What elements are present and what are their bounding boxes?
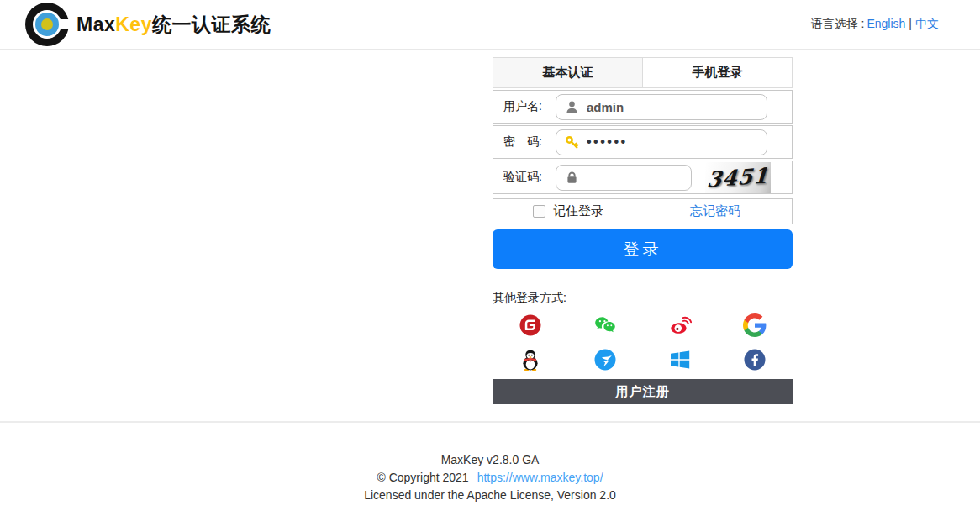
captcha-label: 验证码: [503,170,556,185]
brand: MaxKey统一认证系统 [25,3,271,46]
version-text: MaxKey v2.8.0 GA [0,451,980,469]
footer: MaxKey v2.8.0 GA © Copyright 2021https:/… [0,421,980,516]
language-english-link[interactable]: English [867,17,905,30]
app-title-max: Max [76,13,115,35]
qq-login-icon[interactable] [519,348,542,371]
tab-mobile-login[interactable]: 手机登录 [642,58,792,87]
tab-basic-auth[interactable]: 基本认证 [493,58,642,87]
header: MaxKey统一认证系统 语言选择 :English|中文 [0,0,980,50]
app-title-key: Key [115,13,152,35]
wechat-login-icon[interactable] [593,313,617,337]
password-label: 密 码: [503,134,556,150]
auth-tabs: 基本认证 手机登录 [493,57,793,88]
app-title-cn: 统一认证系统 [152,13,271,35]
username-value: admin [587,100,624,114]
captcha-row: 验证码: 3451 [493,161,793,194]
lock-icon [565,171,579,185]
user-icon [565,100,579,114]
gitee-login-icon[interactable] [519,313,542,337]
password-row: 密 码: •••••• [493,125,793,159]
language-selector: 语言选择 :English|中文 [811,17,941,32]
microsoft-login-icon[interactable] [668,348,692,371]
logo-yellow-center [41,18,53,30]
copyright-text: © Copyright 2021 [377,471,468,484]
key-icon [565,135,579,150]
license-text: Licensed under the Apache License, Versi… [0,487,980,504]
captcha-image[interactable]: 3451 [705,162,771,193]
login-panel: 基本认证 手机登录 用户名: admin 密 码: •••••• [493,50,793,404]
remember-checkbox[interactable] [533,205,545,218]
language-label: 语言选择 : [811,17,865,30]
username-row: 用户名: admin [493,90,793,124]
password-input[interactable]: •••••• [556,129,767,155]
forgot-password-link[interactable]: 忘记密码 [690,203,740,219]
remember-row: 记住登录 忘记密码 [493,198,793,224]
captcha-input[interactable] [556,165,692,191]
maxkey-website-link[interactable]: https://www.maxkey.top/ [477,471,603,484]
provider-grid [493,313,793,371]
remember-label: 记住登录 [553,203,603,219]
username-input[interactable]: admin [556,94,767,120]
captcha-image-text: 3451 [706,163,769,192]
language-chinese-link[interactable]: 中文 [915,17,939,30]
app-title: MaxKey统一认证系统 [76,12,271,38]
copyright-line: © Copyright 2021https://www.maxkey.top/ [0,469,980,487]
maxkey-logo-icon [25,3,69,46]
weibo-login-icon[interactable] [668,313,692,337]
password-value: •••••• [587,135,628,149]
register-button[interactable]: 用户注册 [493,379,793,404]
username-label: 用户名: [503,99,556,114]
facebook-login-icon[interactable] [743,348,767,371]
main-area: 基本认证 手机登录 用户名: admin 密 码: •••••• [0,50,980,404]
dingtalk-login-icon[interactable] [593,348,617,371]
login-button[interactable]: 登录 [493,229,793,269]
google-login-icon[interactable] [743,313,767,337]
other-methods-label: 其他登录方式: [493,291,793,306]
language-separator: | [909,17,912,30]
